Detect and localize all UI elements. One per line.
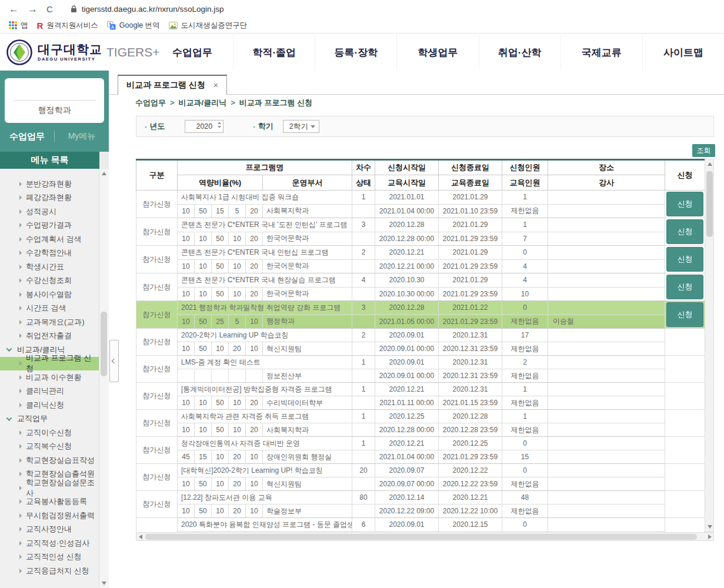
sidebar-collapse-handle[interactable] xyxy=(109,340,119,382)
address-bar[interactable]: tigersstd.daegu.ac.kr/nxrun/ssoLogin.jsp xyxy=(71,5,224,14)
sidebar-item[interactable]: 폐강강좌현황 xyxy=(0,191,99,205)
cell-edu-start: 2020.12.22 09:00 xyxy=(375,505,439,518)
cell-status xyxy=(352,287,375,301)
sidebar-item[interactable]: 봉사이수열람 xyxy=(0,288,99,302)
nav-item-5[interactable]: 취업·산학 xyxy=(479,34,560,71)
sidebar-item[interactable]: 수강학점안내 xyxy=(0,246,99,260)
table-scroll-down-icon[interactable] xyxy=(705,522,715,532)
cell-apply-start: 2020.12.21 xyxy=(375,383,439,396)
tab-close-icon[interactable]: × xyxy=(213,81,218,90)
cell-apply-end: 2020.12.25 xyxy=(439,437,502,450)
header-order: 차수 xyxy=(352,160,375,175)
cell-order: 3 xyxy=(352,218,375,232)
sidebar-item[interactable]: 비교과 프로그램 신청 xyxy=(0,357,99,371)
sidebar-item[interactable]: 학생시간표 xyxy=(0,260,99,274)
sidebar-item[interactable]: 성적공시 xyxy=(0,205,99,219)
breadcrumb-item-2: 비교과/클리닉 xyxy=(179,98,227,107)
cell-program-name: 콘텐츠 전문가 C*ENTER 국내 현장실습 프로그램 xyxy=(178,273,352,288)
sidebar-item[interactable]: 교직복수신청 xyxy=(0,440,99,454)
sidebar-item[interactable]: 교과목개요(교과) xyxy=(0,315,99,329)
sidebar-item[interactable]: 수업계획서 검색 xyxy=(0,232,99,246)
apply-button[interactable]: 신청 xyxy=(666,247,703,272)
cell-instructor xyxy=(548,450,665,464)
nav-item-7[interactable]: 사이트맵 xyxy=(642,34,724,71)
nav-item-1[interactable]: 수업업무 xyxy=(152,34,233,71)
table-scroll-right-icon[interactable] xyxy=(706,533,713,540)
sidebar-item[interactable]: 교직적성·인성검사 xyxy=(0,536,99,550)
sidebar-item[interactable]: 학교현장실습설문조사 xyxy=(0,481,99,495)
nav-item-3[interactable]: 등록·장학 xyxy=(315,34,396,71)
cell-ratio: 50 xyxy=(195,315,212,329)
tab-program-application[interactable]: 비교과 프로그램 신청 × xyxy=(118,75,227,95)
nav-item-6[interactable]: 국제교류 xyxy=(560,34,642,71)
sidebar-item[interactable]: 수업평가결과 xyxy=(0,219,99,233)
sidebar-item[interactable]: 학교현장실습표작성 xyxy=(0,453,99,467)
university-name: 대구대학교 DAEGU UNIVERSITY xyxy=(38,43,102,61)
table-scroll-left-icon[interactable] xyxy=(136,533,144,540)
apply-button[interactable]: 신청 xyxy=(666,302,703,327)
sidebar-scroll-thumb[interactable] xyxy=(101,312,107,376)
cell-edu-end: 2021.01.29 23:59 xyxy=(439,259,502,273)
nav-item-2[interactable]: 학적·졸업 xyxy=(233,34,315,71)
triangle-right-icon xyxy=(19,499,22,504)
table-vscroll-thumb[interactable] xyxy=(706,171,713,237)
sidebar-scroll-down-icon[interactable] xyxy=(99,579,109,588)
sidebar-group[interactable]: 교직업무 xyxy=(0,412,99,426)
table-subrow: 정보전산부2020.09.01 00:002020.12.31 23:59제한없… xyxy=(136,369,705,383)
sidebar-item[interactable]: 교직응급처지 신청 xyxy=(0,564,99,578)
triangle-right-icon xyxy=(19,513,22,518)
sidebar-item[interactable]: 분반강좌현황 xyxy=(0,177,99,191)
apply-button[interactable]: 신청 xyxy=(666,219,703,244)
sidebar-item[interactable]: 수강신청조회 xyxy=(0,274,99,288)
cell-status xyxy=(352,315,375,329)
bookmark-1[interactable]: 앱 xyxy=(9,21,28,31)
bookmark-2[interactable]: R원격지원서비스 xyxy=(37,21,98,31)
sidebar-item[interactable]: 취업전자출결 xyxy=(0,329,99,343)
cell-place xyxy=(548,273,665,288)
cell-instructor xyxy=(548,204,665,218)
table-horizontal-scrollbar[interactable] xyxy=(136,532,714,541)
search-button[interactable]: 조회 xyxy=(692,144,715,157)
year-spinner-icon[interactable] xyxy=(218,122,221,128)
sidebar-scroll-up-icon[interactable] xyxy=(99,169,109,178)
sidebar-scrollbar[interactable] xyxy=(99,169,109,588)
table-vertical-scrollbar[interactable] xyxy=(705,159,714,532)
semester-select[interactable]: 2학기 xyxy=(283,120,319,133)
main-nav: 수업업무학적·졸업등록·장학학생업무취업·산학국제교류사이트맵 xyxy=(152,34,724,71)
year-input[interactable]: 2020 xyxy=(185,120,223,133)
sidebar-item[interactable]: 클리닉관리 xyxy=(0,385,99,399)
university-name-en: DAEGU UNIVERSITY xyxy=(38,56,102,62)
table-scroll-up-icon[interactable] xyxy=(705,159,715,169)
content-area: 비교과 프로그램 신청 × 수업업무>비교과/클리닉>비교과 프로그램 신청 ·… xyxy=(109,71,724,588)
nav-item-4[interactable]: 학생업무 xyxy=(396,34,478,71)
sidebar-item[interactable]: 교직사정안내 xyxy=(0,523,99,537)
tab-label: 비교과 프로그램 신청 xyxy=(126,80,205,91)
sidebar-tab-work[interactable]: 수업업무 xyxy=(0,131,54,142)
browser-back-icon[interactable]: ← xyxy=(9,4,19,14)
table-row: 참가신청청각장애인통역사 자격증 대비반 운영12020.12.212020.1… xyxy=(136,437,705,450)
bookmark-4[interactable]: 도시재생실증연구단 xyxy=(169,21,248,31)
cell-edu-start: 2020.09.01 00:00 xyxy=(375,342,439,356)
apply-button[interactable]: 신청 xyxy=(666,275,703,299)
cell-apply-count: 1 xyxy=(502,191,548,205)
sidebar-item[interactable]: 시간표 검색 xyxy=(0,302,99,316)
sidebar-item[interactable]: 클리닉신청 xyxy=(0,398,99,412)
sidebar-item[interactable]: 교육봉사활동등록 xyxy=(0,495,99,509)
cell-apply-count: 0 xyxy=(502,437,548,450)
cell-place xyxy=(548,437,665,450)
browser-reload-icon[interactable]: C xyxy=(46,5,53,14)
bookmark-3[interactable]: Google 번역 xyxy=(107,21,160,31)
sidebar-item[interactable]: 무시험검정원서출력 xyxy=(0,509,99,523)
browser-forward-icon[interactable]: → xyxy=(28,4,38,14)
cell-ratio: 20 xyxy=(229,477,246,491)
sidebar-tab-mymenu[interactable]: My메뉴 xyxy=(55,131,109,142)
sidebar-item[interactable]: 교직적인성 신청 xyxy=(0,550,99,564)
sidebar-item[interactable]: 교직이수신청 xyxy=(0,426,99,440)
table-hscroll-thumb[interactable] xyxy=(145,534,697,540)
year-value: 2020 xyxy=(196,122,212,131)
cell-instructor: 이승철 xyxy=(548,315,665,329)
apply-button[interactable]: 신청 xyxy=(666,192,703,216)
sidebar-item-label: 학교현장실습표작성 xyxy=(26,455,95,466)
cell-dept: 혁신지원팀 xyxy=(263,342,352,356)
university-logo[interactable]: 대구대학교 DAEGU UNIVERSITY TIGERS+ xyxy=(6,39,159,66)
